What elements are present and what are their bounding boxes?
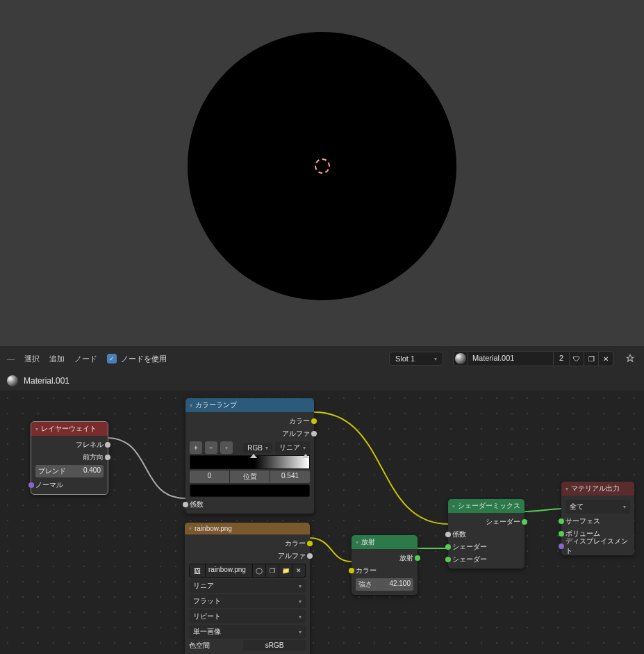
node-editor[interactable]: ▾レイヤーウェイト フレネル 前方向 ブレンド0.400 ノーマル ▾カラーラン… [0, 391, 644, 654]
fake-user-button[interactable]: ◯ [253, 564, 266, 578]
node-header[interactable]: ▾放射 [352, 535, 418, 549]
menu-select[interactable]: 選択 [24, 354, 40, 364]
interpolation-select[interactable]: リニア▾ [275, 441, 310, 454]
node-editor-header: — 選択 追加 ノード ✓ ノードを使用 Slot 1 ▾ Material.0… [0, 346, 644, 371]
viewport-3d[interactable] [0, 0, 644, 346]
node-material-output[interactable]: ▾マテリアル出力 全て▾ サーフェス ボリューム ディスプレイスメント [561, 482, 634, 555]
output-alpha[interactable]: アルファ [185, 550, 310, 562]
output-emission[interactable]: 放射 [352, 552, 418, 564]
unlink-image-button[interactable]: ✕ [292, 564, 306, 578]
user-count[interactable]: 2 [554, 351, 570, 366]
input-surface[interactable]: サーフェス [561, 515, 634, 528]
color-space-label: 色空間 [189, 641, 243, 651]
add-stop-button[interactable]: + [190, 441, 202, 454]
pin-button[interactable] [623, 352, 637, 366]
new-image-button[interactable]: ❐ [266, 564, 279, 578]
node-header[interactable]: ▾カラーランプ [185, 398, 314, 412]
node-emission[interactable]: ▾放射 放射 カラー 強さ42.100 [352, 535, 418, 595]
color-mode-select[interactable]: RGB▾ [243, 443, 272, 453]
open-image-button[interactable]: 📁 [279, 564, 292, 578]
node-header[interactable]: ▾rainbow.png [185, 523, 310, 534]
new-material-button[interactable]: ❐ [584, 351, 599, 366]
slot-label: Slot 1 [395, 354, 415, 363]
collapse-icon[interactable]: — [7, 354, 15, 363]
node-image-texture[interactable]: ▾rainbow.png カラー アルファ 🖼 rainbow.png ◯ ❐ … [185, 523, 310, 654]
use-nodes-checkbox[interactable]: ✓ ノードを使用 [107, 354, 167, 364]
fake-user-button[interactable]: 🛡 [570, 351, 584, 366]
slot-select[interactable]: Slot 1 ▾ [389, 352, 443, 366]
unlink-button[interactable]: ✕ [599, 351, 613, 366]
node-header[interactable]: ▾マテリアル出力 [561, 482, 634, 496]
target-select[interactable]: 全て▾ [565, 500, 630, 514]
ramp-menu-button[interactable]: ▾ [220, 441, 233, 454]
node-layer-weight[interactable]: ▾レイヤーウェイト フレネル 前方向 ブレンド0.400 ノーマル [31, 421, 108, 495]
node-header[interactable]: ▾レイヤーウェイト [31, 422, 108, 436]
projection-select[interactable]: フラット▾ [189, 594, 306, 608]
ramp-stop-0[interactable] [250, 454, 257, 471]
rendered-sphere [176, 20, 468, 312]
input-normal[interactable]: ノーマル [31, 479, 108, 491]
input-displacement[interactable]: ディスプレイスメント [561, 540, 634, 553]
source-select[interactable]: 単一画像▾ [189, 625, 306, 639]
output-color[interactable]: カラー [185, 415, 314, 427]
menu-add[interactable]: 追加 [49, 354, 65, 364]
breadcrumb-text: Material.001 [24, 376, 69, 386]
ramp-stop-1[interactable] [302, 454, 309, 471]
checkmark-icon: ✓ [107, 354, 117, 363]
input-color[interactable]: カラー [352, 564, 418, 577]
material-icon [7, 375, 18, 386]
output-alpha[interactable]: アルファ [185, 427, 314, 440]
pos-label: 位置 [230, 471, 270, 483]
input-shader-1[interactable]: シェーダー [448, 541, 525, 553]
output-color[interactable]: カラー [185, 537, 310, 550]
node-mix-shader[interactable]: ▾シェーダーミックス シェーダー 係数 シェーダー シェーダー [448, 499, 525, 569]
node-color-ramp[interactable]: ▾カラーランプ カラー アルファ + − ▾ RGB▾ リニア▾ 0 位置 0.… [185, 398, 314, 514]
stop-color-swatch[interactable] [190, 484, 310, 497]
use-nodes-label: ノードを使用 [121, 354, 167, 364]
material-name-input[interactable]: Material.001 [468, 351, 554, 366]
output-fresnel[interactable]: フレネル [31, 439, 108, 451]
input-shader-2[interactable]: シェーダー [448, 553, 525, 566]
extension-select[interactable]: リピート▾ [189, 610, 306, 623]
output-shader[interactable]: シェーダー [448, 516, 525, 528]
input-factor[interactable]: 係数 [448, 528, 525, 541]
node-header[interactable]: ▾シェーダーミックス [448, 499, 525, 513]
output-facing[interactable]: 前方向 [31, 451, 108, 464]
color-space-row: 色空間 sRGB [189, 640, 306, 651]
interpolation-select[interactable]: リニア▾ [189, 579, 306, 593]
stop-index[interactable]: 0 [190, 471, 230, 483]
breadcrumb: Material.001 [0, 371, 644, 391]
strength-slider[interactable]: 強さ42.100 [356, 578, 413, 591]
input-factor[interactable]: 係数 [185, 498, 314, 511]
blend-slider[interactable]: ブレンド0.400 [35, 465, 104, 477]
remove-stop-button[interactable]: − [205, 441, 217, 454]
pos-value[interactable]: 0.541 [270, 471, 310, 483]
menu-node[interactable]: ノード [74, 354, 97, 364]
chevron-down-icon: ▾ [434, 356, 437, 362]
image-name-input[interactable]: rainbow.png [206, 564, 253, 578]
color-space-select[interactable]: sRGB [243, 640, 306, 651]
color-ramp-gradient[interactable] [190, 455, 310, 469]
image-datablock-row: 🖼 rainbow.png ◯ ❐ 📁 ✕ [189, 564, 306, 578]
material-preview-icon[interactable] [453, 351, 468, 366]
image-icon[interactable]: 🖼 [189, 564, 206, 578]
stop-position-row: 0 位置 0.541 [190, 471, 310, 483]
3d-cursor-icon [315, 158, 330, 174]
